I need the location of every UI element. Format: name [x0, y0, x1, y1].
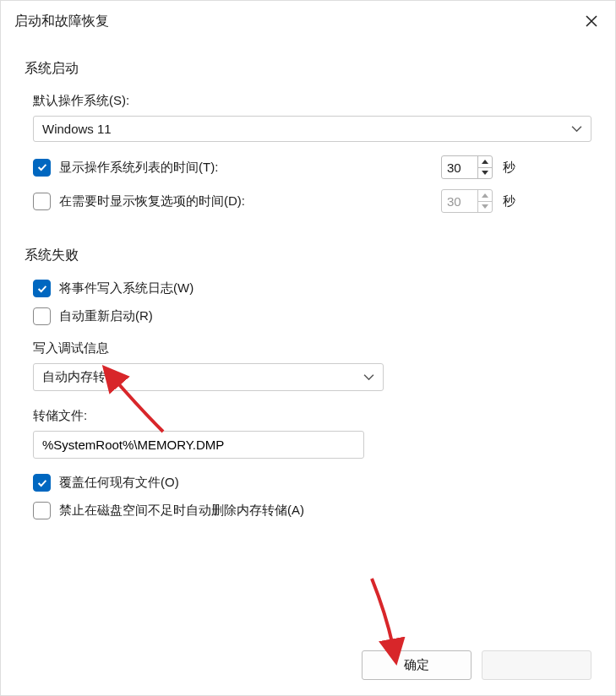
seconds-unit: 秒 [503, 160, 523, 176]
spinner-down-icon [478, 202, 492, 213]
dump-file-input[interactable] [33, 431, 364, 459]
show-recovery-label: 在需要时显示恢复选项的时间(D): [59, 193, 245, 209]
write-event-label: 将事件写入系统日志(W) [59, 280, 194, 296]
startup-group-title: 系统启动 [25, 60, 591, 78]
debug-info-value: 自动内存转储 [42, 369, 118, 385]
sysfail-group-title: 系统失败 [25, 247, 591, 264]
default-os-label: 默认操作系统(S): [33, 93, 591, 109]
overwrite-label: 覆盖任何现有文件(O) [59, 475, 179, 491]
show-os-list-label: 显示操作系统列表的时间(T): [59, 160, 218, 176]
spinner-up-icon[interactable] [478, 156, 492, 168]
show-recovery-value [442, 190, 477, 212]
spinner-up-icon [478, 190, 492, 202]
dialog-title: 启动和故障恢复 [14, 13, 109, 30]
no-low-disk-checkbox[interactable] [33, 502, 51, 519]
close-icon[interactable] [580, 9, 603, 33]
no-low-disk-label: 禁止在磁盘空间不足时自动删除内存转储(A) [59, 503, 304, 519]
auto-restart-checkbox[interactable] [33, 307, 51, 325]
chevron-down-icon [571, 123, 582, 134]
show-os-list-spinner[interactable] [441, 155, 493, 179]
show-os-list-checkbox[interactable] [33, 159, 51, 177]
show-recovery-checkbox[interactable] [33, 193, 51, 210]
spinner-down-icon[interactable] [478, 168, 492, 179]
overwrite-checkbox[interactable] [33, 474, 51, 492]
show-recovery-spinner [441, 189, 493, 213]
cancel-button[interactable] [482, 650, 591, 680]
seconds-unit: 秒 [503, 193, 523, 209]
default-os-value: Windows 11 [42, 122, 112, 136]
chevron-down-icon [363, 372, 374, 383]
auto-restart-label: 自动重新启动(R) [59, 308, 153, 324]
debug-info-title: 写入调试信息 [33, 340, 591, 356]
ok-button[interactable]: 确定 [362, 650, 472, 680]
debug-info-select[interactable]: 自动内存转储 [33, 363, 384, 391]
default-os-select[interactable]: Windows 11 [33, 116, 591, 142]
write-event-checkbox[interactable] [33, 280, 51, 297]
dump-file-label: 转储文件: [33, 408, 591, 424]
show-os-list-value[interactable] [442, 156, 477, 178]
